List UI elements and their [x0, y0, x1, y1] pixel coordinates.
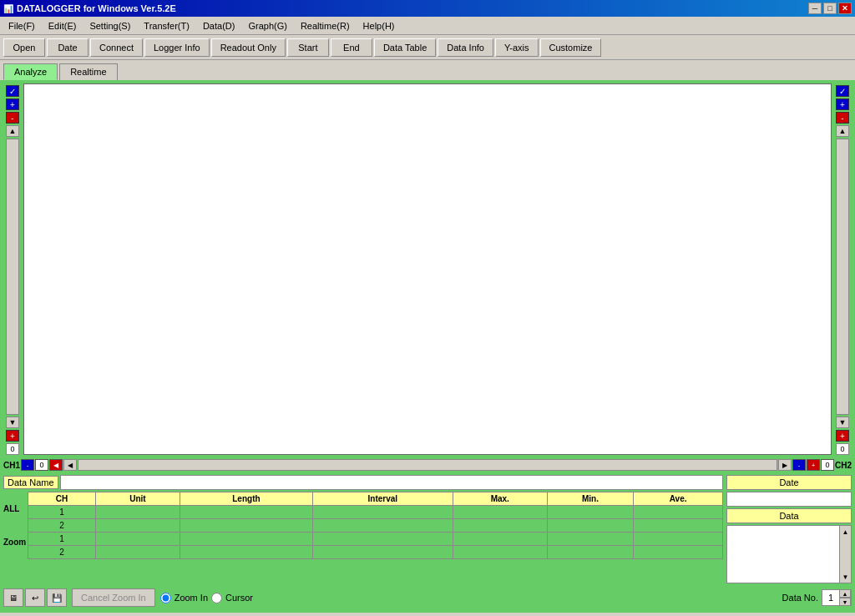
y-left-down-arrow[interactable]: ▼	[6, 417, 19, 428]
cursor-radio[interactable]	[211, 593, 222, 603]
tabs: Analyze Realtime	[0, 60, 855, 80]
cell-ave	[634, 533, 723, 546]
y-left-checkbox[interactable]: ✓	[6, 85, 19, 97]
icon-group: 🖥 ↩ 💾	[3, 588, 67, 607]
right-panel: Date Data ▲ ▼	[726, 475, 852, 583]
y-left-scrollbar[interactable]	[6, 139, 19, 415]
scroll-down-btn[interactable]: ▼	[840, 571, 851, 583]
ch2-red-btn[interactable]: +	[807, 459, 820, 471]
table-row: 1	[28, 533, 723, 546]
col-max: Max.	[453, 492, 547, 506]
menu-help[interactable]: Help(H)	[357, 19, 402, 33]
close-button[interactable]: ✕	[838, 3, 852, 14]
cancel-zoom-button[interactable]: Cancel Zoom In	[72, 588, 155, 607]
cell-interval	[312, 506, 453, 519]
menu-data[interactable]: Data(D)	[196, 19, 242, 33]
cell-ch: 1	[28, 533, 96, 546]
readout-only-button[interactable]: Readout Only	[211, 38, 286, 57]
y-right-scrollbar[interactable]	[836, 139, 849, 415]
table-row: 1	[28, 506, 723, 519]
ch2-zero-display: 0	[821, 459, 834, 471]
y-left-zero: 0	[6, 443, 19, 455]
export-icon-btn[interactable]: ↩	[25, 588, 45, 607]
bottom-bar: 🖥 ↩ 💾 Cancel Zoom In Zoom In Cursor Data…	[3, 586, 852, 609]
table-container: ALL Zoom CH Unit Length Interval Max. Mi…	[3, 492, 723, 559]
zoom-radio-group: Zoom In Cursor	[160, 593, 253, 603]
customize-button[interactable]: Customize	[540, 38, 602, 57]
title-bar-left: 📊 DATALOGGER for Windows Ver.5.2E	[3, 3, 176, 13]
x-scroll-left-btn[interactable]: ◀	[63, 459, 77, 471]
data-no-label: Data No.	[782, 593, 818, 603]
data-grid: CH Unit Length Interval Max. Min. Ave. 1	[28, 492, 723, 559]
graph-area	[23, 83, 832, 455]
cell-max	[453, 546, 547, 559]
minimize-button[interactable]: ─	[808, 3, 822, 14]
y-right-plus-button[interactable]: +	[836, 98, 849, 110]
cell-unit	[95, 533, 180, 546]
connect-button[interactable]: Connect	[90, 38, 143, 57]
col-length: Length	[180, 492, 313, 506]
logger-info-button[interactable]: Logger Info	[144, 38, 210, 57]
cell-min	[547, 546, 634, 559]
zoom-in-radio[interactable]	[160, 593, 171, 603]
menu-file[interactable]: File(F)	[2, 19, 42, 33]
y-left-red-plus-button[interactable]: +	[6, 430, 19, 442]
tab-realtime[interactable]: Realtime	[59, 63, 117, 80]
table-row: 2	[28, 519, 723, 533]
save-icon-btn[interactable]: 💾	[47, 588, 67, 607]
y-right-minus-button[interactable]: -	[836, 112, 849, 124]
table-row: 2	[28, 546, 723, 559]
ch2-minus-btn[interactable]: -	[792, 459, 806, 471]
cursor-label: Cursor	[225, 593, 253, 603]
app-icon: 📊	[3, 4, 13, 13]
all-row-label: ALL	[3, 495, 26, 522]
start-button[interactable]: Start	[287, 38, 329, 57]
data-name-field[interactable]	[60, 475, 723, 490]
ch1-minus-btn[interactable]: -	[21, 459, 34, 471]
open-button[interactable]: Open	[3, 38, 45, 57]
menu-setting[interactable]: Setting(S)	[83, 19, 137, 33]
cell-length	[180, 546, 313, 559]
cell-ave	[634, 506, 723, 519]
x-axis-row: CH1 - 0 ◀ ◀ ▶ - + 0 CH2	[3, 457, 852, 472]
menu-realtime[interactable]: Realtime(R)	[294, 19, 357, 33]
data-info-button[interactable]: Data Info	[438, 38, 493, 57]
col-interval: Interval	[312, 492, 453, 506]
cell-interval	[312, 519, 453, 533]
cell-min	[547, 506, 634, 519]
y-right-red-plus-button[interactable]: +	[836, 430, 849, 442]
data-table-button[interactable]: Data Table	[374, 38, 436, 57]
monitor-icon-btn[interactable]: 🖥	[3, 588, 23, 607]
cell-interval	[312, 533, 453, 546]
data-no-up-btn[interactable]: ▲	[839, 589, 851, 598]
cell-length	[180, 519, 313, 533]
title-bar-buttons: ─ □ ✕	[808, 3, 852, 14]
main-content: ✓ + - ▲ ▼ + 0 ✓ + - ▲ ▼ + 0 CH1 - 0 ◀ ◀	[0, 80, 855, 613]
x-scrollbar[interactable]	[78, 459, 777, 471]
col-ch: CH	[28, 492, 96, 506]
menu-transfer[interactable]: Transfer(T)	[137, 19, 196, 33]
data-list-scrollbar[interactable]: ▲ ▼	[839, 526, 851, 583]
y-right-up-arrow[interactable]: ▲	[836, 125, 849, 137]
data-no-down-btn[interactable]: ▼	[839, 598, 851, 606]
y-left-up-arrow[interactable]: ▲	[6, 125, 19, 137]
date-button[interactable]: Date	[47, 38, 89, 57]
cell-length	[180, 506, 313, 519]
menu-graph[interactable]: Graph(G)	[241, 19, 293, 33]
scroll-up-btn[interactable]: ▲	[840, 526, 851, 538]
ch1-red-btn[interactable]: ◀	[49, 459, 63, 471]
y-left-plus-button[interactable]: +	[6, 98, 19, 110]
y-right-down-arrow[interactable]: ▼	[836, 417, 849, 428]
tab-analyze[interactable]: Analyze	[3, 63, 58, 80]
col-min: Min.	[547, 492, 634, 506]
ch1-label: CH1	[3, 461, 20, 470]
x-scroll-right-btn[interactable]: ▶	[778, 459, 792, 471]
end-button[interactable]: End	[331, 38, 372, 57]
y-left-minus-button[interactable]: -	[6, 112, 19, 124]
maximize-button[interactable]: □	[823, 3, 837, 14]
y-right-checkbox[interactable]: ✓	[836, 85, 849, 97]
data-table-section: Data Name ALL Zoom CH Unit Length	[3, 475, 723, 583]
y-axis-button[interactable]: Y-axis	[495, 38, 539, 57]
cell-unit	[95, 506, 180, 519]
menu-edit[interactable]: Edit(E)	[42, 19, 83, 33]
